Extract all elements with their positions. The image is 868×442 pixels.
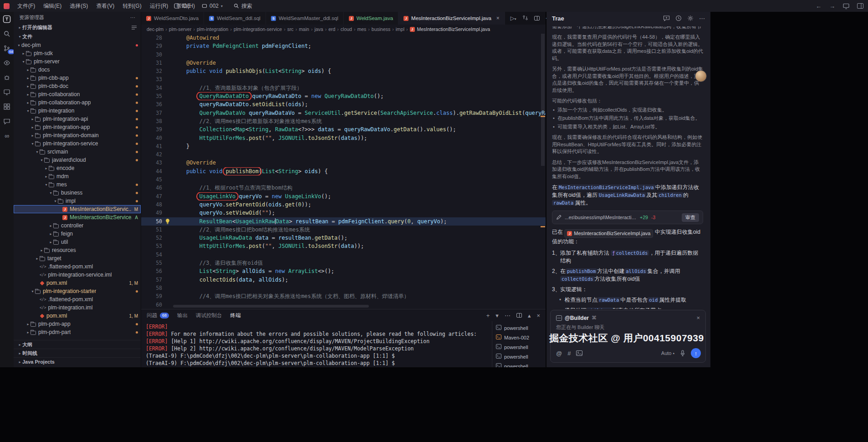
history-icon[interactable] <box>675 15 682 21</box>
line-number[interactable]: 32 <box>141 67 162 75</box>
tree-item[interactable]: ▾plm-integration <box>14 107 141 115</box>
explorer-more-icon[interactable]: ⋯ <box>130 15 135 21</box>
line-number[interactable]: 28 <box>141 34 162 42</box>
code-line[interactable]: 55 //3、递归收集所有oid值 <box>141 259 546 267</box>
terminal-dropdown-icon[interactable]: ▾ <box>495 312 499 319</box>
code-line[interactable]: 35 QueryRawDataDto queryRawDataDto = new… <box>141 92 546 100</box>
code-line[interactable]: 39 Collection<Map<String, RawData<?>>> d… <box>141 125 546 134</box>
line-number[interactable]: 50 <box>141 217 162 226</box>
code-line[interactable]: 56 List<String> allOids = new ArrayList<… <box>141 267 546 275</box>
breadcrumb-item[interactable]: JMesInteractionBizServiceImpl.java <box>410 26 490 32</box>
search-icon[interactable] <box>3 30 11 38</box>
send-button[interactable]: ↑ <box>691 348 701 358</box>
code-line[interactable]: 48 queryVo.setParentOid(oids.get(0)); <box>141 200 546 209</box>
code-line[interactable]: 30 <box>141 51 546 59</box>
menu-item[interactable]: 编辑(E) <box>39 0 66 12</box>
code-line[interactable]: 52 UsageLinkRawData data = resultBean.ge… <box>141 234 546 242</box>
debug-icon[interactable] <box>3 73 11 82</box>
close-panel-icon[interactable]: × <box>536 312 540 319</box>
breadcrumb-item[interactable]: main <box>299 26 309 32</box>
panel-tab[interactable]: 调试控制台 <box>196 312 222 319</box>
menu-item[interactable]: 运行(R) <box>146 0 173 12</box>
line-number[interactable]: 56 <box>141 267 162 275</box>
breadcrumb-item[interactable]: plm-integration-service <box>234 26 282 32</box>
breadcrumb-item[interactable]: java <box>314 26 323 32</box>
terminal-list-item[interactable]: powershell <box>492 361 546 367</box>
gear-icon[interactable] <box>687 15 694 21</box>
tree-item[interactable]: </>plm-integration.iml <box>14 303 141 312</box>
code-line[interactable]: 36 queryRawDataDto.setOidList(oids); <box>141 100 546 108</box>
breadcrumb-item[interactable]: business <box>372 26 390 32</box>
editor-scrollbar[interactable] <box>541 34 545 166</box>
code-line[interactable]: 31 @Override <box>141 59 546 67</box>
split-editor-icon[interactable] <box>534 16 540 21</box>
line-number[interactable]: 40 <box>141 134 162 142</box>
line-number[interactable]: 38 <box>141 117 162 125</box>
tree-item[interactable]: ▸feign <box>14 230 141 238</box>
global-search[interactable]: 搜索 <box>234 2 252 10</box>
review-button[interactable]: 审查 <box>682 213 699 222</box>
tree-item[interactable]: ▾plm-integration-service <box>14 139 141 148</box>
tree-item[interactable]: JMesInteractionBizServic...M <box>14 205 141 213</box>
terminal-list-item[interactable]: powershell <box>492 323 546 333</box>
chat-icon[interactable] <box>3 117 11 125</box>
tree-item[interactable]: ▸plm-sdk <box>14 49 141 57</box>
workspace-selector[interactable]: 002 ▾ <box>202 3 223 9</box>
lightbulb-icon[interactable] <box>165 218 170 224</box>
extensions-icon[interactable] <box>3 103 11 111</box>
line-number[interactable]: 35 <box>141 92 162 100</box>
code-line[interactable]: 45 <box>141 175 546 184</box>
breadcrumb-item[interactable]: erd <box>328 26 335 32</box>
tree-item[interactable]: pom.xml1, M <box>14 312 141 320</box>
method-chip[interactable]: ƒcollectOids <box>611 250 649 256</box>
editor-tab[interactable]: SWeldSeam_ddl.sql <box>204 12 266 25</box>
diff-icon[interactable] <box>522 15 528 22</box>
code-line[interactable]: 32 public void publishObjs(List<String> … <box>141 67 546 75</box>
tree-item[interactable]: ▾business <box>14 189 141 197</box>
outline-section[interactable]: ▸大纲 <box>14 340 141 349</box>
maximize-panel-icon[interactable]: ▴ <box>528 312 531 319</box>
tree-item[interactable]: ▸util <box>14 238 141 246</box>
line-number[interactable]: 51 <box>141 226 162 234</box>
code-line[interactable]: 50 ResultBean<UsageLinkRawData> resultBe… <box>141 217 546 226</box>
code-line[interactable]: 58 <box>141 284 546 292</box>
tree-item[interactable]: ▸plm-cbb-app <box>14 74 141 82</box>
line-number[interactable]: 58 <box>141 284 162 292</box>
breadcrumb-item[interactable]: dec-plm <box>147 26 163 32</box>
java-projects-section[interactable]: ▸Java Projects <box>14 357 141 366</box>
line-number[interactable]: 44 <box>141 167 162 175</box>
new-terminal-icon[interactable]: + <box>486 312 490 319</box>
editor-tab[interactable]: JMesInteractionBizServiceImpl.java× <box>398 12 505 25</box>
code-line[interactable]: 47 UsageLinkVo queryVo = new UsageLinkVo… <box>141 192 546 200</box>
terminal-list-item[interactable]: powershell <box>492 342 546 352</box>
line-number[interactable]: 39 <box>141 125 162 134</box>
tree-item[interactable]: ▸mdm <box>14 172 141 180</box>
line-number[interactable]: 59 <box>141 292 162 300</box>
tree-item[interactable]: pom.xml1, M <box>14 279 141 287</box>
line-number[interactable]: 37 <box>141 109 162 117</box>
code-line[interactable]: 57 collectOids(data, allOids); <box>141 276 546 284</box>
breadcrumb-item[interactable]: impl <box>396 26 404 32</box>
breadcrumb-item[interactable]: mes <box>357 26 366 32</box>
line-number[interactable]: 42 <box>141 150 162 159</box>
mic-icon[interactable] <box>680 350 685 356</box>
tree-item[interactable]: ▸plm-integration-domain <box>14 131 141 139</box>
code-line[interactable]: 41 } <box>141 142 546 150</box>
editor-hscrollbar[interactable] <box>173 305 369 308</box>
line-number[interactable]: 30 <box>141 51 162 59</box>
close-tab-icon[interactable]: × <box>496 15 500 21</box>
code-line[interactable]: 34 //1、查询最新版本对象（包含扩展字段） <box>141 84 546 92</box>
line-number[interactable]: 46 <box>141 184 162 192</box>
panel-more-icon[interactable]: ⋯ <box>505 312 511 319</box>
line-number[interactable]: 34 <box>141 84 162 92</box>
line-number[interactable]: 29 <box>141 42 162 50</box>
preview-eye-icon[interactable] <box>3 59 11 67</box>
breadcrumb-item[interactable]: src <box>287 26 294 32</box>
line-number[interactable]: 31 <box>141 59 162 67</box>
code-line[interactable]: 42 <box>141 150 546 159</box>
editor-layout-icon[interactable] <box>131 25 137 30</box>
tree-item[interactable]: JMesInteractionBizService.j...A <box>14 213 141 221</box>
panel-tab[interactable]: 问题68 <box>147 312 169 319</box>
tag-icon[interactable]: # <box>567 350 571 357</box>
breadcrumb-item[interactable]: plm-integration <box>197 26 228 32</box>
